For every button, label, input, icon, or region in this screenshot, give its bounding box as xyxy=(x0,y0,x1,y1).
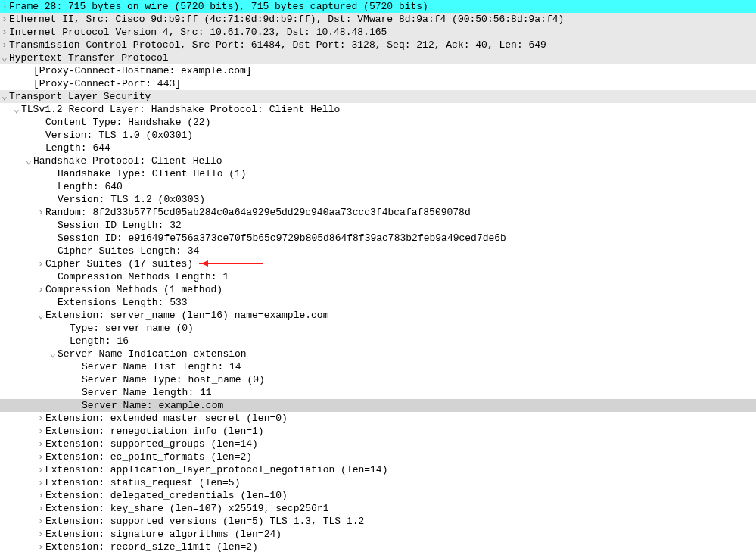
tree-row-label: Content Type: Handshake (22) xyxy=(45,116,210,129)
tree-row[interactable]: Type: server_name (0) xyxy=(0,322,756,335)
tree-row[interactable]: Content Type: Handshake (22) xyxy=(0,116,756,129)
tree-row-label: Session ID: e91649fe756a373ce70f5b65c972… xyxy=(58,232,506,245)
tree-row[interactable]: Server Name list length: 14 xyxy=(0,360,756,373)
tree-row-label: Extension: delegated_credentials (len=10… xyxy=(45,489,288,502)
tree-row[interactable]: ⌄Transport Layer Security xyxy=(0,90,756,103)
expand-icon[interactable]: › xyxy=(36,257,45,270)
tree-row[interactable]: ›Frame 28: 715 bytes on wire (5720 bits)… xyxy=(0,0,756,13)
tree-row[interactable]: ›Extension: renegotiation_info (len=1) xyxy=(0,425,756,438)
tree-row[interactable]: ⌄Extension: server_name (len=16) name=ex… xyxy=(0,309,756,322)
tree-row[interactable]: Session ID: e91649fe756a373ce70f5b65c972… xyxy=(0,232,756,245)
tree-row[interactable]: ›Cipher Suites (17 suites) xyxy=(0,257,756,270)
tree-row[interactable]: ›Ethernet II, Src: Cisco_9d:b9:ff (4c:71… xyxy=(0,13,756,26)
tree-row[interactable]: ⌄Server Name Indication extension xyxy=(0,348,756,360)
tree-row[interactable]: ›Extension: key_share (len=107) x25519, … xyxy=(0,502,756,515)
tree-row-label: Extension: signature_algorithms (len=24) xyxy=(45,528,282,541)
expand-icon[interactable]: › xyxy=(36,502,45,515)
tree-row[interactable]: Handshake Type: Client Hello (1) xyxy=(0,167,756,180)
tree-row[interactable]: Version: TLS 1.2 (0x0303) xyxy=(0,193,756,206)
tree-row[interactable]: Server Name length: 11 xyxy=(0,386,756,399)
tree-row-label: Extension: extended_master_secret (len=0… xyxy=(45,412,288,425)
tree-row-label: [Proxy-Connect-Port: 443] xyxy=(33,77,181,90)
tree-row[interactable]: ›Extension: extended_master_secret (len=… xyxy=(0,412,756,425)
tree-row-label: Length: 16 xyxy=(70,335,129,348)
tree-row-label: Hypertext Transfer Protocol xyxy=(9,51,169,64)
tree-row-label: Handshake Type: Client Hello (1) xyxy=(58,167,247,180)
tree-row[interactable]: ›Extension: signature_algorithms (len=24… xyxy=(0,528,756,541)
expand-icon[interactable]: › xyxy=(36,476,45,489)
tree-row[interactable]: ⌄TLSv1.2 Record Layer: Handshake Protoco… xyxy=(0,103,756,116)
tree-row[interactable]: Session ID Length: 32 xyxy=(0,219,756,232)
expand-icon[interactable]: › xyxy=(36,206,45,219)
collapse-icon[interactable]: ⌄ xyxy=(24,154,33,167)
tree-row[interactable]: ›Extension: status_request (len=5) xyxy=(0,476,756,489)
tree-row[interactable]: ⌄Hypertext Transfer Protocol xyxy=(0,51,756,64)
tree-row[interactable]: ›Extension: ec_point_formats (len=2) xyxy=(0,451,756,463)
tree-row[interactable]: ›Extension: supported_versions (len=5) T… xyxy=(0,515,756,528)
collapse-icon[interactable]: ⌄ xyxy=(0,51,9,64)
tree-row[interactable]: ›Internet Protocol Version 4, Src: 10.61… xyxy=(0,26,756,39)
tree-row-label: Cipher Suites Length: 34 xyxy=(58,245,199,257)
tree-row[interactable]: Length: 16 xyxy=(0,335,756,348)
collapse-icon[interactable]: ⌄ xyxy=(48,348,58,360)
tree-row-label: Extension: renegotiation_info (len=1) xyxy=(45,425,264,438)
expand-icon[interactable]: › xyxy=(36,515,45,528)
tree-row[interactable]: Cipher Suites Length: 34 xyxy=(0,245,756,257)
tree-row[interactable]: Version: TLS 1.0 (0x0301) xyxy=(0,129,756,142)
tree-row-label: Version: TLS 1.2 (0x0303) xyxy=(58,193,205,206)
expand-icon[interactable]: › xyxy=(36,412,45,425)
tree-row[interactable]: ›Extension: record_size_limit (len=2) xyxy=(0,541,756,553)
tree-row[interactable]: Length: 644 xyxy=(0,142,756,154)
tree-row-label: Session ID Length: 32 xyxy=(58,219,182,232)
packet-details-tree[interactable]: ›Frame 28: 715 bytes on wire (5720 bits)… xyxy=(0,0,756,555)
expand-icon[interactable]: › xyxy=(0,13,9,26)
tree-row-label: TLSv1.2 Record Layer: Handshake Protocol… xyxy=(21,103,340,116)
tree-row[interactable]: Compression Methods Length: 1 xyxy=(0,270,756,283)
tree-row-label: Extensions Length: 533 xyxy=(58,296,188,309)
tree-row-label: Frame 28: 715 bytes on wire (5720 bits),… xyxy=(9,0,428,13)
collapse-icon[interactable]: ⌄ xyxy=(12,103,21,116)
tree-row[interactable]: Extensions Length: 533 xyxy=(0,296,756,309)
collapse-icon[interactable]: ⌄ xyxy=(0,90,9,103)
expand-icon[interactable]: › xyxy=(0,39,9,51)
expand-icon[interactable]: › xyxy=(36,425,45,438)
tree-row-label: Transport Layer Security xyxy=(9,90,151,103)
expand-icon[interactable]: › xyxy=(36,451,45,463)
tree-row-label: Handshake Protocol: Client Hello xyxy=(33,154,222,167)
tree-row[interactable]: ›Extension: application_layer_protocol_n… xyxy=(0,463,756,476)
tree-row-label: Server Name list length: 14 xyxy=(82,360,241,373)
tree-row-label: Extension: ec_point_formats (len=2) xyxy=(45,451,252,463)
tree-row-label: Cipher Suites (17 suites) xyxy=(45,257,193,270)
expand-icon[interactable]: › xyxy=(36,463,45,476)
tree-row-label: Server Name Indication extension xyxy=(58,348,247,360)
expand-icon[interactable]: › xyxy=(0,0,9,13)
tree-row-label: Extension: server_name (len=16) name=exa… xyxy=(45,309,328,322)
tree-row[interactable]: [Proxy-Connect-Hostname: example.com] xyxy=(0,64,756,77)
tree-row-label: Transmission Control Protocol, Src Port:… xyxy=(9,39,546,51)
tree-row[interactable]: ›Compression Methods (1 method) xyxy=(0,283,756,296)
expand-icon[interactable]: › xyxy=(0,26,9,39)
tree-row-label: Compression Methods (1 method) xyxy=(45,283,222,296)
tree-row[interactable]: ›Transmission Control Protocol, Src Port… xyxy=(0,39,756,51)
tree-row-label: Type: server_name (0) xyxy=(70,322,194,335)
expand-icon[interactable]: › xyxy=(36,438,45,451)
tree-row[interactable]: ›Extension: delegated_credentials (len=1… xyxy=(0,489,756,502)
tree-row-label: Ethernet II, Src: Cisco_9d:b9:ff (4c:71:… xyxy=(9,13,564,26)
expand-icon[interactable]: › xyxy=(36,541,45,553)
tree-row-label: Extension: key_share (len=107) x25519, s… xyxy=(45,502,328,515)
tree-row[interactable]: ›Extension: supported_groups (len=14) xyxy=(0,438,756,451)
tree-row-label: Extension: application_layer_protocol_ne… xyxy=(45,463,387,476)
tree-row[interactable]: Length: 640 xyxy=(0,180,756,193)
tree-row-label: Extension: record_size_limit (len=2) xyxy=(45,541,258,553)
collapse-icon[interactable]: ⌄ xyxy=(36,309,45,322)
tree-row-label: Length: 644 xyxy=(45,142,110,154)
expand-icon[interactable]: › xyxy=(36,528,45,541)
tree-row[interactable]: [Proxy-Connect-Port: 443] xyxy=(0,77,756,90)
tree-row[interactable]: Server Name Type: host_name (0) xyxy=(0,373,756,386)
expand-icon[interactable]: › xyxy=(36,489,45,502)
tree-row[interactable]: ›Random: 8f2d33b577f5cd05ab284c0a64a929e… xyxy=(0,206,756,219)
tree-row[interactable]: ⌄Handshake Protocol: Client Hello xyxy=(0,154,756,167)
expand-icon[interactable]: › xyxy=(36,283,45,296)
tree-row[interactable]: Server Name: example.com xyxy=(0,399,756,412)
tree-row-label: Extension: status_request (len=5) xyxy=(45,476,240,489)
